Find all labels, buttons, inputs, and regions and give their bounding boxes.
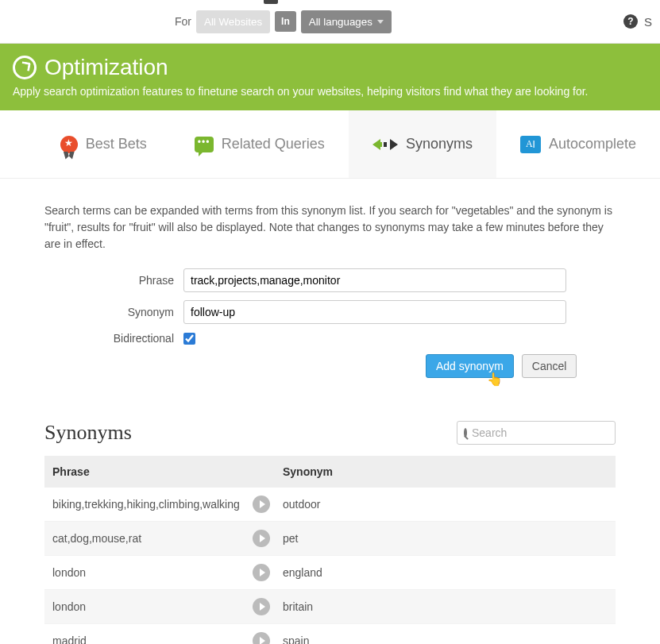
tab-autocomplete-label: Autocomplete	[549, 136, 636, 152]
row-synonym: spain	[283, 634, 608, 644]
arrow-right-icon	[253, 564, 270, 581]
table-row[interactable]: cat,dog,mouse,ratpet	[44, 522, 616, 556]
tab-bar: Best Bets Related Queries Synonyms AI Au…	[0, 110, 660, 179]
table-row[interactable]: madridspain	[44, 624, 616, 644]
page-title: Optimization	[44, 55, 168, 80]
tab-related-queries[interactable]: Related Queries	[171, 110, 349, 178]
tab-synonyms[interactable]: Synonyms	[349, 110, 496, 178]
arrow-right-icon	[253, 598, 270, 615]
page-header: Optimization Apply search optimization f…	[0, 44, 660, 110]
all-languages-dropdown[interactable]: All languages	[301, 10, 392, 33]
row-phrase: biking,trekking,hiking,climbing,walking	[52, 498, 253, 511]
search-box[interactable]	[457, 421, 616, 445]
table-row[interactable]: londonengland	[44, 556, 616, 590]
tab-best-bets[interactable]: Best Bets	[37, 110, 171, 178]
top-toolbar: For All Websites In All languages ? S	[0, 0, 660, 44]
tab-synonyms-label: Synonyms	[406, 136, 473, 152]
table-row[interactable]: biking,trekking,hiking,climbing,walkingo…	[44, 488, 616, 522]
row-synonym: britain	[283, 600, 608, 613]
cancel-button[interactable]: Cancel	[522, 354, 577, 378]
add-synonym-button[interactable]: Add synonym	[426, 354, 514, 378]
all-websites-button[interactable]: All Websites	[196, 10, 270, 33]
chevron-down-icon	[377, 20, 384, 24]
arrow-right-icon	[253, 632, 270, 644]
tab-best-bets-label: Best Bets	[86, 136, 147, 152]
optimization-icon	[13, 56, 37, 79]
row-synonym: england	[283, 566, 608, 579]
top-tab-marker	[264, 0, 278, 4]
main-content: Search terms can be expanded with terms …	[0, 179, 660, 644]
page-subtitle: Apply search optimization features to fi…	[13, 85, 647, 98]
best-bets-icon	[60, 136, 78, 153]
help-icon[interactable]: ?	[623, 14, 638, 29]
tab-related-label: Related Queries	[222, 136, 325, 152]
row-synonym: pet	[283, 532, 608, 545]
row-arrow	[253, 496, 283, 513]
bidirectional-label: Bidirectional	[44, 332, 183, 345]
row-phrase: london	[52, 600, 253, 613]
col-synonym: Synonym	[283, 465, 608, 478]
row-arrow	[253, 564, 283, 581]
row-phrase: london	[52, 566, 253, 579]
synonyms-heading: Synonyms	[44, 421, 132, 445]
synonym-input[interactable]	[183, 300, 566, 324]
synonym-label: Synonym	[44, 306, 183, 318]
synonyms-table: Phrase Synonym biking,trekking,hiking,cl…	[44, 456, 616, 644]
row-arrow	[253, 632, 283, 644]
table-row[interactable]: londonbritain	[44, 590, 616, 624]
arrow-right-icon	[253, 496, 270, 513]
row-arrow	[253, 598, 283, 615]
phrase-label: Phrase	[44, 274, 183, 287]
row-phrase: cat,dog,mouse,rat	[52, 532, 253, 545]
language-abbrev-button[interactable]: In	[275, 11, 296, 32]
row-phrase: madrid	[52, 634, 253, 644]
row-synonym: outdoor	[283, 498, 608, 511]
search-input[interactable]	[472, 426, 611, 439]
row-arrow	[253, 530, 283, 547]
col-phrase: Phrase	[52, 465, 283, 478]
for-label: For	[175, 15, 191, 28]
autocomplete-icon: AI	[520, 136, 541, 153]
intro-text: Search terms can be expanded with terms …	[44, 202, 616, 253]
table-header: Phrase Synonym	[44, 456, 616, 488]
help-letter: S	[644, 15, 652, 29]
related-queries-icon	[195, 137, 214, 152]
arrow-right-icon	[253, 530, 270, 547]
phrase-input[interactable]	[183, 268, 566, 292]
all-languages-label: All languages	[309, 16, 372, 28]
synonyms-icon	[372, 139, 398, 150]
bidirectional-checkbox[interactable]	[183, 333, 195, 345]
tab-autocomplete[interactable]: AI Autocomplete	[496, 110, 660, 178]
search-icon	[464, 428, 467, 438]
